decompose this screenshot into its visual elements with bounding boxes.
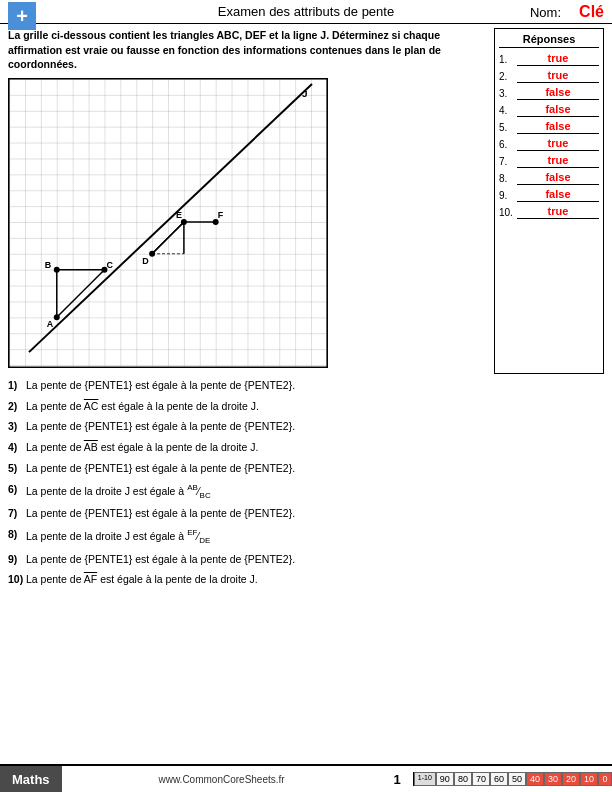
svg-text:A: A [47, 319, 54, 329]
coordinate-grid: J A B C [8, 78, 328, 368]
question-num: 6) [8, 482, 26, 497]
response-num: 7. [499, 156, 517, 167]
score-cell: 20 [562, 772, 580, 786]
question-item: 10) La pente de AF est égale à la pente … [8, 572, 604, 587]
footer-page: 1 [382, 772, 413, 787]
svg-text:E: E [176, 210, 182, 220]
response-value: true [517, 137, 599, 151]
question-text: La pente de {PENTE1} est égale à la pent… [26, 506, 604, 521]
response-value: true [517, 205, 599, 219]
response-num: 3. [499, 88, 517, 99]
response-row: 6. true [499, 137, 599, 151]
response-row: 8. false [499, 171, 599, 185]
question-item: 1) La pente de {PENTE1} est égale à la p… [8, 378, 604, 393]
page-footer: Maths www.CommonCoreSheets.fr 1 1-109080… [0, 764, 612, 792]
response-num: 6. [499, 139, 517, 150]
main-content: La grille ci-dessous contient les triang… [0, 24, 612, 378]
score-cell: 70 [472, 772, 490, 786]
score-cell: 30 [544, 772, 562, 786]
question-text: La pente de la droite J est égale à AB⁄B… [26, 482, 604, 501]
question-item: 2) La pente de AC est égale à la pente d… [8, 399, 604, 414]
response-num: 1. [499, 54, 517, 65]
question-num: 3) [8, 419, 26, 434]
response-row: 4. false [499, 103, 599, 117]
footer-subject: Maths [0, 766, 62, 792]
response-row: 1. true [499, 52, 599, 66]
page-header: Examen des attributs de pente Nom: Clé [0, 0, 612, 24]
questions-section: 1) La pente de {PENTE1} est égale à la p… [0, 378, 612, 587]
question-text: La pente de {PENTE1} est égale à la pent… [26, 378, 604, 393]
response-row: 9. false [499, 188, 599, 202]
question-text: La pente de AB est égale à la pente de l… [26, 440, 604, 455]
svg-point-8 [54, 314, 60, 320]
response-num: 2. [499, 71, 517, 82]
question-num: 10) [8, 572, 26, 587]
nom-label: Nom: Clé [530, 3, 604, 21]
response-value: false [517, 103, 599, 117]
question-item: 5) La pente de {PENTE1} est égale à la p… [8, 461, 604, 476]
response-num: 10. [499, 207, 517, 218]
svg-text:D: D [142, 256, 149, 266]
svg-point-19 [149, 251, 155, 257]
question-text: La pente de {PENTE1} est égale à la pent… [26, 552, 604, 567]
response-value: false [517, 86, 599, 100]
response-num: 8. [499, 173, 517, 184]
left-panel: La grille ci-dessous contient les triang… [8, 28, 494, 374]
response-num: 4. [499, 105, 517, 116]
score-cell: 80 [454, 772, 472, 786]
score-cell: 90 [436, 772, 454, 786]
response-value: false [517, 120, 599, 134]
question-num: 5) [8, 461, 26, 476]
question-text: La pente de {PENTE1} est égale à la pent… [26, 419, 604, 434]
question-text: La pente de AC est égale à la pente de l… [26, 399, 604, 414]
responses-header: Réponses [499, 33, 599, 48]
score-cell: 50 [508, 772, 526, 786]
page-title: Examen des attributs de pente [218, 4, 394, 19]
question-num: 2) [8, 399, 26, 414]
score-cell: 10 [580, 772, 598, 786]
question-item: 9) La pente de {PENTE1} est égale à la p… [8, 552, 604, 567]
svg-rect-1 [9, 79, 327, 367]
question-text: La pente de {PENTE1} est égale à la pent… [26, 461, 604, 476]
question-item: 3) La pente de {PENTE1} est égale à la p… [8, 419, 604, 434]
svg-text:C: C [106, 260, 113, 270]
responses-panel: Réponses 1. true2. true3. false4. false5… [494, 28, 604, 374]
score-cell: 40 [526, 772, 544, 786]
svg-text:B: B [45, 260, 52, 270]
response-row: 10. true [499, 205, 599, 219]
response-value: false [517, 171, 599, 185]
logo-icon [8, 2, 36, 30]
svg-text:F: F [218, 210, 224, 220]
footer-scores: 1-109080706050403020100 [413, 772, 612, 786]
svg-text:J: J [302, 88, 308, 99]
response-value: true [517, 154, 599, 168]
svg-point-9 [54, 267, 60, 273]
question-num: 7) [8, 506, 26, 521]
question-num: 4) [8, 440, 26, 455]
question-item: 7) La pente de {PENTE1} est égale à la p… [8, 506, 604, 521]
question-num: 9) [8, 552, 26, 567]
question-num: 8) [8, 527, 26, 542]
response-row: 2. true [499, 69, 599, 83]
response-row: 5. false [499, 120, 599, 134]
question-item: 6) La pente de la droite J est égale à A… [8, 482, 604, 501]
footer-url: www.CommonCoreSheets.fr [62, 774, 382, 785]
question-num: 1) [8, 378, 26, 393]
question-item: 4) La pente de AB est égale à la pente d… [8, 440, 604, 455]
instructions-text: La grille ci-dessous contient les triang… [8, 28, 486, 72]
question-text: La pente de AF est égale à la pente de l… [26, 572, 604, 587]
score-cell: 1-10 [414, 772, 436, 786]
questions-list: 1) La pente de {PENTE1} est égale à la p… [8, 378, 604, 587]
response-value: true [517, 69, 599, 83]
response-num: 5. [499, 122, 517, 133]
question-item: 8) La pente de la droite J est égale à E… [8, 527, 604, 546]
score-cell: 60 [490, 772, 508, 786]
response-row: 7. true [499, 154, 599, 168]
response-value: true [517, 52, 599, 66]
score-cell: 0 [598, 772, 612, 786]
response-value: false [517, 188, 599, 202]
response-row: 3. false [499, 86, 599, 100]
cle-label: Clé [579, 3, 604, 20]
response-num: 9. [499, 190, 517, 201]
question-text: La pente de la droite J est égale à EF⁄D… [26, 527, 604, 546]
